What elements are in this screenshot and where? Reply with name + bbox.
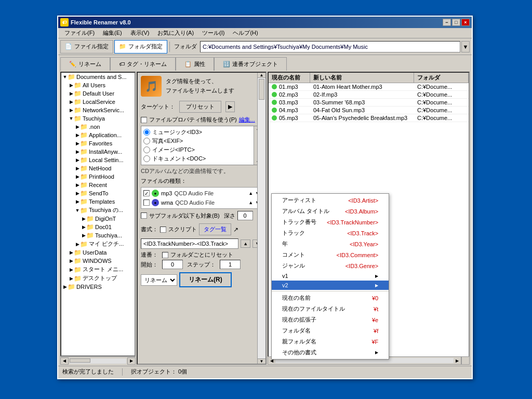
tree-item-tsuchiyano[interactable]: ▼ 📁 Tsuchiya の... <box>61 206 135 215</box>
tree-item-windows[interactable]: ▶ 📁 WINDOWS <box>61 257 135 265</box>
panel-scroll-up[interactable]: ▲ <box>258 73 265 78</box>
tree-item-tsuchiya2[interactable]: ▶ 📁 Tsuchiya... <box>61 231 135 240</box>
menu-favorites[interactable]: お気に入り(A) <box>153 28 198 38</box>
file-cell-folder-3: C:¥Docume... <box>414 99 469 106</box>
tree-item-printhood[interactable]: ▶ 📁 PrintHood <box>61 172 135 181</box>
tree-item-digiont[interactable]: ▶ 📁 DigiOnT <box>61 215 135 223</box>
menu-tools[interactable]: ツール(I) <box>198 28 229 38</box>
cm-item-year[interactable]: 年 <ID3.Year> <box>272 238 389 249</box>
minimize-button[interactable]: − <box>443 19 451 26</box>
preset-button[interactable]: プリセット <box>179 101 221 113</box>
folder-path-input[interactable]: C:¥Documents and Settings¥Tsuchiya¥My Do… <box>200 41 460 52</box>
cm-item-foldername[interactable]: フォルダ名 ¥f <box>272 325 389 336</box>
tree-item-localservice[interactable]: ▶ 📁 LocalService <box>61 98 135 106</box>
folder-specify-button[interactable]: 📁 フォルダ指定 <box>114 40 167 54</box>
tree-item-userdata[interactable]: ▶ 📁 UserData <box>61 248 135 257</box>
file-row-4[interactable]: 04.mp3 04-Fat Old Sun.mp3 C:¥Docume... <box>269 107 469 114</box>
tab-attribute[interactable]: 📋 属性 <box>176 57 214 71</box>
cm-item-artist[interactable]: アーティスト <ID3.Artist> <box>272 195 389 206</box>
tree-item-startmenu[interactable]: ▶ 📁 スタート メニ... <box>61 265 135 274</box>
cm-item-v2[interactable]: v2 ▶ <box>272 281 389 290</box>
tree-item-favorites[interactable]: ▶ 📁 Favorites <box>61 139 135 148</box>
filetype-wma-checkbox[interactable] <box>143 200 150 206</box>
step-input[interactable] <box>220 260 241 269</box>
edit-link[interactable]: 編集... <box>239 116 255 124</box>
cm-item-currentname[interactable]: 現在の名前 ¥0 <box>272 292 389 303</box>
maximize-button[interactable]: □ <box>452 19 460 26</box>
tree-item-mypictures[interactable]: ▶ 📁 マイ ピクチ... <box>61 240 135 248</box>
format-arrow-up[interactable]: ▲ <box>241 240 250 248</box>
tree-item-tsuchiya[interactable]: ▼ 📁 Tsuchiya <box>61 114 135 123</box>
tab-rename[interactable]: ✏️ リネーム <box>60 57 110 71</box>
script-checkbox[interactable] <box>160 227 166 233</box>
menu-view[interactable]: 表示(V) <box>126 28 154 38</box>
tree-item-application[interactable]: ▶ 📁 Application... <box>61 131 135 139</box>
close-button[interactable]: × <box>461 19 470 26</box>
sidebar-hthumb[interactable] <box>70 358 90 363</box>
tree-item-installanyw[interactable]: ▶ 📁 InstallAnyw... <box>61 148 135 156</box>
tree-item-documents[interactable]: ▼ 📁 Documents and S... <box>61 73 135 81</box>
radio-doc[interactable] <box>143 155 150 162</box>
wma-arrow-up[interactable]: ▲ <box>248 200 253 205</box>
panel-scroll-down[interactable]: ▼ <box>258 358 265 364</box>
file-row-5[interactable]: 05.mp3 05-Alan's Psychedelic Breakfast.m… <box>269 114 469 122</box>
cm-item-v1[interactable]: v1 ▶ <box>272 271 389 281</box>
tree-item-allusers[interactable]: ▶ 📁 All Users <box>61 81 135 89</box>
cm-item-tracknumber[interactable]: トラック番号 <ID3.TrackNumber> <box>272 217 389 228</box>
tree-item-doc01[interactable]: ▶ 📁 Doc01 <box>61 223 135 231</box>
sidebar-scroll-left[interactable]: ◀ <box>60 357 69 365</box>
tree-item-templates[interactable]: ▶ 📁 Templates <box>61 197 135 206</box>
cm-item-genre[interactable]: ジャンル <ID3.Genre> <box>272 260 389 271</box>
tree-item-networkservice[interactable]: ▶ 📁 NetworkServic... <box>61 106 135 114</box>
file-row-2[interactable]: 02.mp3 02-If.mp3 C:¥Docume... <box>269 91 469 99</box>
window-title: Flexible Renamer v8.0 <box>71 19 131 25</box>
tree-item-sendto[interactable]: ▶ 📁 SendTo <box>61 189 135 197</box>
tab-tag-rename[interactable]: 🏷 タグ・リネーム <box>110 57 176 71</box>
file-property-checkbox[interactable] <box>141 117 147 123</box>
tree-item-defaultuser[interactable]: ▶ 📁 Default User <box>61 89 135 98</box>
col-current-name[interactable]: 現在の名前 <box>269 73 310 83</box>
filetype-mp3-checkbox[interactable] <box>143 190 150 196</box>
rename-select[interactable]: リネーム <box>141 274 177 286</box>
cm-item-extension[interactable]: 現在の拡張子 ¥e <box>272 314 389 325</box>
rename-button[interactable]: リネーム(R) <box>179 272 232 287</box>
radio-music[interactable] <box>143 129 150 136</box>
tree-item-drivers[interactable]: ▶ 📁 DRIVERS <box>61 283 135 291</box>
tab-serial-object[interactable]: 🔢 連番オブジェクト <box>214 57 287 71</box>
folder-path-dropdown[interactable]: ▼ <box>461 41 470 52</box>
tree-item-recent[interactable]: ▶ 📁 Recent <box>61 181 135 189</box>
mp3-arrow-up[interactable]: ▲ <box>248 191 253 196</box>
title-bar: 🏷 Flexible Renamer v8.0 − □ × <box>58 17 472 28</box>
preset-arrow-button[interactable]: ▶ <box>225 101 235 112</box>
sidebar-htrack[interactable] <box>70 358 126 364</box>
menu-help[interactable]: ヘルプ(H) <box>229 28 262 38</box>
cm-item-parentfolder[interactable]: 親フォルダ名 ¥F <box>272 336 389 347</box>
col-new-name[interactable]: 新しい名前 <box>310 73 414 83</box>
cm-item-comment[interactable]: コメント <ID3.Comment> <box>272 249 389 260</box>
sidebar-scroll-right[interactable]: ▶ <box>127 357 136 365</box>
format-input[interactable] <box>141 238 238 249</box>
tree-item-desktop[interactable]: ▶ 📁 デスクトップ <box>61 274 135 283</box>
radio-photo[interactable] <box>143 138 150 144</box>
tree-item-nethood[interactable]: ▶ 📁 NetHood <box>61 164 135 172</box>
cm-item-filetitle[interactable]: 現在のファイルタイトル ¥t <box>272 303 389 314</box>
start-input[interactable] <box>162 260 183 269</box>
radio-image[interactable] <box>143 147 150 153</box>
depth-input[interactable] <box>237 211 253 220</box>
file-row-1[interactable]: 01.mp3 01-Atom Heart Mother.mp3 C:¥Docum… <box>269 83 469 91</box>
file-specify-button[interactable]: 📄 ファイル指定 <box>60 40 113 54</box>
tree-item-localsettings[interactable]: ▶ 📁 Local Settin... <box>61 156 135 164</box>
right-scroll-right[interactable]: ▶ <box>454 358 461 363</box>
subfolder-checkbox[interactable] <box>141 212 147 219</box>
cm-item-track[interactable]: トラック <ID3.Track> <box>272 228 389 238</box>
tag-list-button[interactable]: タグ一覧 <box>199 223 231 235</box>
cm-item-album[interactable]: アルバム タイトル <ID3.Album> <box>272 206 389 217</box>
panel-scroll-thumb[interactable] <box>259 79 264 100</box>
menu-edit[interactable]: 編集(E) <box>99 28 126 38</box>
cm-item-otherformat[interactable]: その他の書式 ▶ <box>272 347 389 358</box>
folder-reset-checkbox[interactable] <box>162 252 168 258</box>
col-folder[interactable]: フォルダ <box>414 73 469 83</box>
file-row-3[interactable]: 03.mp3 03-Summer '68.mp3 C:¥Docume... <box>269 99 469 107</box>
tree-item-non[interactable]: ▶ 📁 .non <box>61 123 135 131</box>
menu-file[interactable]: ファイル(F) <box>60 28 99 38</box>
